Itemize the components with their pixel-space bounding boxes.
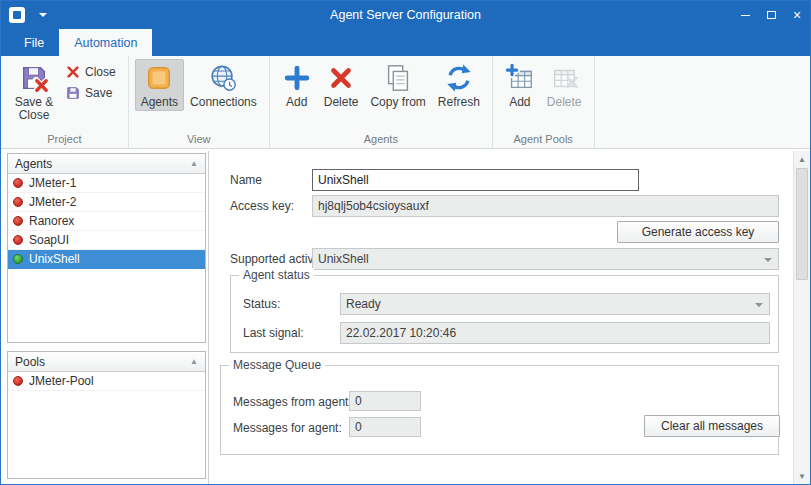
project-small-buttons: Close Save: [63, 63, 122, 102]
minimize-icon: [741, 15, 750, 16]
sort-ascending-icon: ▲: [190, 159, 198, 168]
close-project-button[interactable]: Close: [63, 63, 122, 81]
ribbon-group-view: Agents Connections View: [129, 56, 270, 148]
pool-name: JMeter-Pool: [29, 374, 94, 388]
button-label: Save & Close: [13, 96, 55, 122]
status-offline-icon: [13, 178, 23, 188]
save-close-icon: [19, 63, 49, 93]
ribbon-group-label-view: View: [135, 132, 263, 148]
status-offline-icon: [13, 376, 23, 386]
minimize-button[interactable]: [732, 1, 758, 29]
agent-name: JMeter-1: [29, 176, 76, 190]
ribbon-group-label-agent-pools: Agent Pools: [499, 132, 588, 148]
add-agent-button[interactable]: Add: [276, 59, 318, 111]
close-red-icon: [66, 65, 80, 79]
pools-list-header[interactable]: Pools ▲: [8, 352, 205, 372]
ribbon: Save & Close Close: [1, 56, 810, 149]
agents-icon: [144, 63, 174, 93]
access-key-label: Access key:: [230, 199, 294, 213]
tab-file[interactable]: File: [9, 29, 59, 56]
scrollbar-thumb[interactable]: [796, 168, 808, 280]
maximize-button[interactable]: [758, 1, 784, 29]
ribbon-group-agent-pools: Add Delete Agent Pools: [493, 56, 595, 148]
ribbon-group-label-project: Project: [7, 132, 122, 148]
agent-name: SoapUI: [29, 233, 69, 247]
connections-view-button[interactable]: Connections: [184, 59, 263, 111]
agent-status-groupbox: Agent status Status: Ready Last signal: …: [230, 275, 779, 353]
connections-globe-icon: [208, 63, 238, 93]
messages-for-agent-label: Messages for agent:: [233, 421, 342, 435]
table-delete-icon: [549, 63, 579, 93]
ribbon-tabstrip: File Automation: [1, 29, 810, 56]
save-and-close-button[interactable]: Save & Close: [7, 59, 61, 124]
tab-automation[interactable]: Automation: [59, 29, 152, 56]
button-label: Refresh: [438, 96, 480, 109]
refresh-button[interactable]: Refresh: [432, 59, 486, 111]
delete-x-icon: [326, 63, 356, 93]
pools-list: Pools ▲ JMeter-Pool: [7, 351, 206, 479]
scroll-down-icon[interactable]: ▼: [794, 468, 810, 484]
agent-name: JMeter-2: [29, 195, 76, 209]
delete-agent-button[interactable]: Delete: [318, 59, 365, 111]
generate-access-key-button[interactable]: Generate access key: [617, 221, 779, 243]
copy-from-icon: [383, 63, 413, 93]
vertical-scrollbar[interactable]: ▲ ▼: [793, 151, 810, 484]
status-label: Status:: [243, 297, 280, 311]
agent-row-soapui[interactable]: SoapUI: [8, 231, 205, 250]
status-offline-icon: [13, 197, 23, 207]
agent-detail-form: Name UnixShell Access key: hj8qlj5ob4csi…: [208, 151, 793, 484]
copy-from-button[interactable]: Copy from: [364, 59, 431, 111]
status-value: Ready: [346, 297, 381, 311]
quick-access-chevron-down-icon[interactable]: [39, 13, 47, 17]
pools-list-header-label: Pools: [15, 355, 45, 369]
last-signal-label: Last signal:: [243, 326, 304, 340]
button-label: Connections: [190, 96, 257, 109]
close-icon: ×: [793, 8, 801, 22]
scroll-up-icon[interactable]: ▲: [794, 151, 810, 167]
button-label: Clear all messages: [661, 419, 763, 433]
agent-name: UnixShell: [29, 252, 80, 266]
maximize-icon: [767, 11, 776, 19]
refresh-icon: [444, 63, 474, 93]
message-queue-groupbox: Message Queue Messages from agent: 0 Mes…: [220, 365, 779, 455]
last-signal-field: 22.02.2017 10:20:46: [340, 322, 770, 344]
agent-server-configuration-window: Agent Server Configuration × File Automa…: [0, 0, 811, 485]
supported-activity-value: UnixShell: [318, 252, 369, 266]
button-label: Generate access key: [642, 225, 755, 239]
add-pool-button[interactable]: Add: [499, 59, 541, 111]
button-label: Save: [85, 86, 112, 100]
last-signal-value: 22.02.2017 10:20:46: [346, 326, 456, 340]
titlebar: Agent Server Configuration ×: [1, 1, 810, 29]
pool-row-jmeter-pool[interactable]: JMeter-Pool: [8, 372, 205, 391]
agents-view-button[interactable]: Agents: [135, 59, 184, 111]
button-label: Copy from: [370, 96, 425, 109]
messages-from-agent-value: 0: [355, 394, 362, 408]
clear-all-messages-button[interactable]: Clear all messages: [644, 415, 780, 437]
messages-for-agent-field: 0: [349, 417, 421, 437]
agent-row-unixshell[interactable]: UnixShell: [8, 250, 205, 269]
agents-list-header-label: Agents: [15, 157, 52, 171]
agent-row-ranorex[interactable]: Ranorex: [8, 212, 205, 231]
agent-name: Ranorex: [29, 214, 74, 228]
table-add-icon: [505, 63, 535, 93]
access-key-field[interactable]: hj8qlj5ob4csioysauxf: [312, 195, 779, 217]
chevron-down-icon: [764, 258, 772, 262]
button-label: Close: [85, 65, 116, 79]
button-label: Add: [286, 96, 307, 109]
app-icon[interactable]: [9, 7, 25, 23]
agents-list-header[interactable]: Agents ▲: [8, 154, 205, 174]
window-title: Agent Server Configuration: [1, 8, 810, 22]
save-button[interactable]: Save: [63, 84, 122, 102]
agent-row-jmeter-2[interactable]: JMeter-2: [8, 193, 205, 212]
supported-activity-select: UnixShell: [312, 248, 779, 270]
agent-row-jmeter-1[interactable]: JMeter-1: [8, 174, 205, 193]
message-queue-group-title: Message Queue: [229, 358, 325, 372]
name-label: Name: [230, 173, 262, 187]
add-plus-icon: [282, 63, 312, 93]
save-icon: [66, 86, 80, 100]
name-input[interactable]: UnixShell: [312, 169, 639, 191]
status-select: Ready: [340, 293, 770, 315]
close-button[interactable]: ×: [784, 1, 810, 29]
status-offline-icon: [13, 216, 23, 226]
button-label: Delete: [547, 96, 582, 109]
